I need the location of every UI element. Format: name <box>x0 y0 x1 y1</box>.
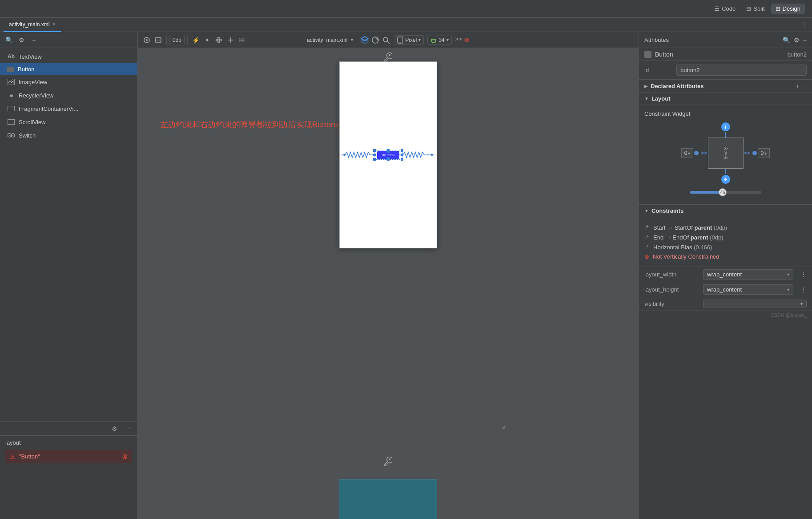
layout-width-value[interactable]: wrap_content ▾ <box>703 269 793 280</box>
magic-btn[interactable]: ⚡ <box>190 35 201 45</box>
svg-marker-19 <box>361 39 368 44</box>
left-spring <box>342 150 377 159</box>
phone-frame-top: BUTTON <box>339 61 437 248</box>
component-item-fragment[interactable]: FragmentContainerVi... <box>0 102 137 115</box>
minimize-component-btn[interactable]: − <box>28 35 39 45</box>
component-item-scrollview[interactable]: ScrollView <box>0 115 137 129</box>
split-view-btn[interactable]: ⊟ Split <box>742 4 769 14</box>
constraints-section-header[interactable]: ▼ Constraints <box>639 205 812 217</box>
file-dropdown[interactable]: ▾ <box>351 37 353 42</box>
add-constraint-bottom[interactable]: + <box>721 175 730 184</box>
refresh-icon[interactable] <box>371 36 380 45</box>
blueprint-btn[interactable] <box>153 35 164 45</box>
layer-icons <box>360 36 390 45</box>
expand-btn[interactable]: >> <box>455 36 462 44</box>
layout-section-header[interactable]: ▼ Layout <box>639 93 812 105</box>
remove-declared-btn[interactable]: − <box>803 82 807 89</box>
guidelines-btn[interactable] <box>237 35 247 45</box>
scrollview-icon <box>7 118 15 126</box>
left-constraint-value[interactable]: 0 ▾ <box>681 148 694 158</box>
tab-close-btn[interactable]: ✕ <box>52 21 56 27</box>
add-declared-btn[interactable]: + <box>796 82 800 89</box>
component-item-textview[interactable]: Ab TextView <box>0 50 137 63</box>
component-item-switch[interactable]: Switch <box>0 129 137 142</box>
right-constraint-value[interactable]: 0 ▾ <box>758 148 770 158</box>
button-icon <box>7 67 14 72</box>
svg-point-30 <box>434 41 435 41</box>
minimize-attr-btn[interactable]: − <box>803 36 807 44</box>
file-tab-active[interactable]: activity_main.xml ✕ <box>4 18 61 32</box>
svg-point-8 <box>146 39 148 41</box>
visibility-value[interactable]: ▾ <box>703 300 807 308</box>
right-spring <box>399 150 435 159</box>
error-btn[interactable]: ⊗ <box>464 36 470 44</box>
settings-component-btn[interactable]: ⚙ <box>16 35 27 45</box>
bottom-settings-btn[interactable]: ⚙ <box>109 423 120 434</box>
declared-attributes-section[interactable]: ▶ Declared Attributes + − <box>639 80 812 93</box>
fragment-icon <box>7 105 15 113</box>
search-component-btn[interactable]: 🔍 <box>4 35 14 45</box>
component-item-button[interactable]: Button <box>0 63 137 75</box>
search-attr-btn[interactable]: 🔍 <box>783 36 790 44</box>
start-constraint-row: ↱ Start → StartOf parent (0dp) <box>644 223 807 232</box>
dp-input[interactable]: 0dp <box>169 35 185 45</box>
component-toolbar: 🔍 ⚙ − <box>0 32 137 48</box>
widget-name-group: Button <box>644 51 673 58</box>
bottom-minimize-btn[interactable]: − <box>123 423 134 434</box>
left-val-dropdown: ▾ <box>688 151 690 156</box>
device-selector[interactable]: Pixel ▾ <box>394 35 424 45</box>
settings-attr-btn[interactable]: ⚙ <box>794 36 800 44</box>
layout-width-row: layout_width wrap_content ▾ ⋮ <box>639 267 812 282</box>
zoom-icon[interactable] <box>382 36 390 45</box>
api-selector[interactable]: 34 ▾ <box>427 36 451 45</box>
attributes-header: Attributes 🔍 ⚙ − <box>639 32 812 48</box>
center-panel: 0dp ⚡ ✦ activity_main.xml ▾ <box>138 32 639 519</box>
add-constraint-top[interactable]: + <box>721 122 730 131</box>
component-item-imageview[interactable]: ImageView <box>0 75 137 89</box>
bottom-left-toolbar: ⚙ − <box>0 422 137 436</box>
not-constrained-text: Not Vertically Constrained <box>653 253 720 260</box>
svg-line-39 <box>503 427 505 429</box>
svg-rect-11 <box>216 39 221 41</box>
infer-constraints-btn[interactable]: ✦ <box>202 35 213 45</box>
fragment-label: FragmentContainerVi... <box>19 105 78 112</box>
constraint-center-box: ≫ ≫ ≪ <box>708 138 744 169</box>
svg-marker-37 <box>431 154 434 156</box>
code-label: Code <box>722 5 736 12</box>
resize-handle[interactable] <box>500 424 507 432</box>
bias-knob[interactable]: 46 <box>719 188 727 196</box>
layout-width-chain-icon[interactable]: ⋮ <box>800 271 807 278</box>
recyclerview-icon: ≡ <box>7 91 15 99</box>
svg-rect-3 <box>8 119 15 125</box>
layout-chevron: ▼ <box>644 96 649 101</box>
design-view-btn[interactable]: ⊞ Design <box>771 4 805 14</box>
split-icon: ⊟ <box>746 5 751 12</box>
svg-rect-2 <box>8 106 15 111</box>
left-val: 0 <box>684 150 687 156</box>
tab-more-btn[interactable]: ⋮ <box>801 20 808 29</box>
code-icon: ☰ <box>714 5 720 12</box>
svg-point-40 <box>389 458 390 460</box>
layout-error-text: "Button" <box>19 453 40 460</box>
layout-height-row: layout_height wrap_content ▾ ⋮ <box>639 282 812 297</box>
warning-icon: ⊗ <box>644 253 649 260</box>
phone-icon <box>397 36 403 44</box>
layout-height-chain-icon[interactable]: ⋮ <box>800 286 807 293</box>
layers-icon <box>360 36 369 45</box>
main-layout: 🔍 ⚙ − Ab TextView Button ImageView ≡ <box>0 32 812 519</box>
layout-section-content: Constraint Widget + 0 ▾ >> <box>639 105 812 205</box>
visibility-label: visibility <box>644 300 698 307</box>
eye-btn[interactable] <box>141 35 152 45</box>
widget-id-label: button2 <box>788 51 807 58</box>
textview-icon: Ab <box>7 53 15 61</box>
code-view-btn[interactable]: ☰ Code <box>710 4 740 14</box>
layout-height-value[interactable]: wrap_content ▾ <box>703 284 793 295</box>
svg-line-23 <box>387 41 390 44</box>
align-btn[interactable] <box>225 35 236 45</box>
clear-constraints-btn[interactable] <box>213 35 224 45</box>
id-input[interactable] <box>676 65 807 76</box>
constraint-dot-top <box>386 150 390 153</box>
svg-line-27 <box>431 39 432 40</box>
attributes-title-group: Attributes <box>644 36 669 43</box>
component-item-recyclerview[interactable]: ≡ RecyclerView <box>0 89 137 102</box>
